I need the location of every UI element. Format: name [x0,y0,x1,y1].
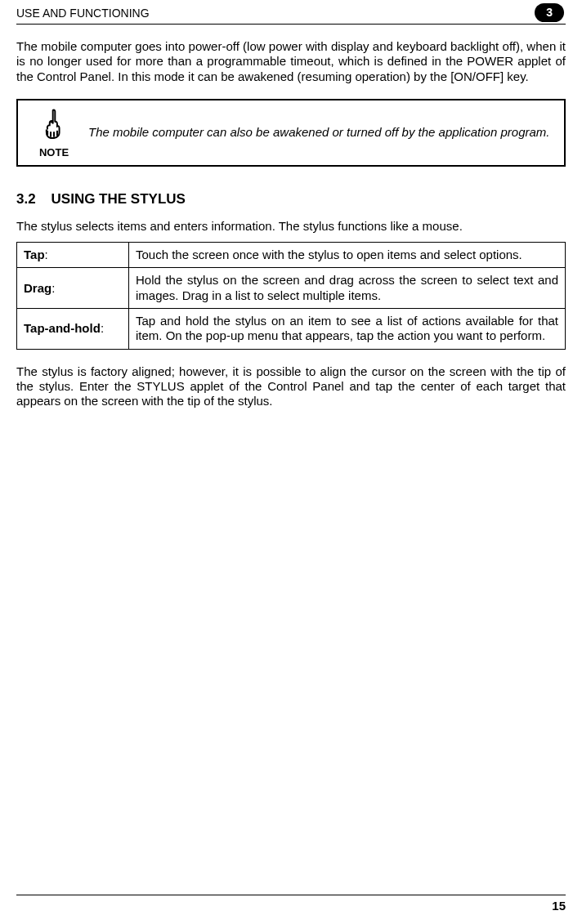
chapter-badge: 3 [535,3,564,22]
pointing-hand-icon [37,107,71,145]
table-row: Tap: Touch the screen once with the styl… [17,243,566,268]
stylus-outro: The stylus is factory aligned; however, … [16,364,566,409]
desc-cell: Hold the stylus on the screen and drag a… [129,268,566,309]
page-number: 15 [16,899,566,913]
section-title-text: USING THE STYLUS [51,191,186,207]
intro-paragraph: The mobile computer goes into power-off … [16,39,566,84]
table-row: Drag: Hold the stylus on the screen and … [17,268,566,309]
section-title: USE AND FUNCTIONING [16,7,150,20]
header-divider [16,24,566,25]
page-footer: 15 [16,895,566,913]
note-label: NOTE [39,146,69,158]
table-row: Tap-and-hold: Tap and hold the stylus on… [17,309,566,350]
section-number: 3.2 [16,191,36,207]
term-label: Tap [24,248,45,261]
term-cell: Drag: [17,268,129,309]
page-header: USE AND FUNCTIONING 3 [16,3,566,24]
desc-cell: Touch the screen once with the stylus to… [129,243,566,268]
term-label: Tap-and-hold [24,321,101,335]
note-icon-block: NOTE [28,107,80,158]
stylus-table: Tap: Touch the screen once with the styl… [16,242,566,349]
note-box: NOTE The mobile computer can also be awa… [16,99,566,167]
note-content: The mobile computer can also be awakened… [80,125,554,140]
term-cell: Tap: [17,243,129,268]
desc-cell: Tap and hold the stylus on an item to se… [129,309,566,350]
stylus-intro: The stylus selects items and enters info… [16,219,566,234]
term-label: Drag [24,281,51,295]
section-heading: 3.2 USING THE STYLUS [16,191,566,208]
footer-divider [16,895,566,895]
term-cell: Tap-and-hold: [17,309,129,350]
